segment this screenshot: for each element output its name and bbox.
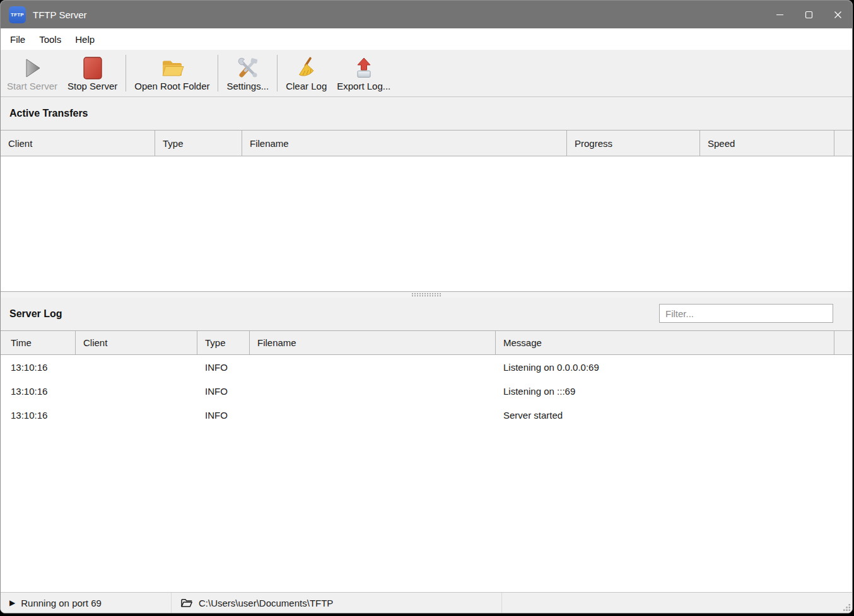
log-cell-message: Listening on :::69 xyxy=(496,379,834,403)
folder-icon xyxy=(160,56,185,80)
log-col-type[interactable]: Type xyxy=(197,331,250,354)
active-transfers-section-header: Active Transfers xyxy=(1,97,852,130)
transfers-col-filename[interactable]: Filename xyxy=(242,131,567,156)
export-icon xyxy=(353,56,375,80)
transfers-col-progress[interactable]: Progress xyxy=(567,131,700,156)
start-server-button[interactable]: Start Server xyxy=(2,51,62,95)
app-icon: TFTP xyxy=(9,6,26,23)
settings-label: Settings... xyxy=(226,81,269,91)
open-root-folder-button[interactable]: Open Root Folder xyxy=(129,51,214,95)
log-cell-time: 13:10:16 xyxy=(1,379,76,403)
window-title: TFTP Server xyxy=(33,9,765,20)
toolbar-separator xyxy=(277,55,278,91)
log-cell-type: INFO xyxy=(197,379,250,403)
menu-tools[interactable]: Tools xyxy=(32,30,68,48)
app-window: TFTP TFTP Server File Tools Help xyxy=(0,0,853,613)
log-cell-message: Listening on 0.0.0.0:69 xyxy=(496,355,834,379)
log-col-client[interactable]: Client xyxy=(76,331,197,354)
minimize-icon xyxy=(776,11,784,19)
log-cell-time: 13:10:16 xyxy=(1,403,76,427)
folder-outline-icon xyxy=(180,598,193,608)
export-log-button[interactable]: Export Log... xyxy=(332,51,395,95)
log-cell-client xyxy=(76,355,197,379)
status-bar: ▶ Running on port 69 C:\Users\user\Docum… xyxy=(1,592,852,613)
title-bar: TFTP TFTP Server xyxy=(1,1,852,28)
open-root-folder-label: Open Root Folder xyxy=(134,81,209,91)
server-log-title: Server Log xyxy=(9,308,62,320)
active-transfers-title: Active Transfers xyxy=(9,108,88,119)
close-button[interactable] xyxy=(823,1,852,28)
resize-grip[interactable] xyxy=(843,603,851,612)
log-cell-time: 13:10:16 xyxy=(1,355,76,379)
log-col-filler xyxy=(834,331,852,354)
running-play-icon: ▶ xyxy=(9,598,15,607)
menu-file[interactable]: File xyxy=(3,30,32,48)
transfers-col-filler xyxy=(834,131,852,156)
menu-bar: File Tools Help xyxy=(1,28,852,50)
transfers-col-speed[interactable]: Speed xyxy=(700,131,834,156)
maximize-icon xyxy=(805,11,813,19)
stop-icon xyxy=(82,56,103,80)
toolbar-separator xyxy=(218,55,218,91)
status-spacer xyxy=(501,593,852,613)
log-col-time[interactable]: Time xyxy=(1,331,76,354)
play-icon xyxy=(22,56,42,80)
tools-icon xyxy=(236,56,260,80)
log-cell-type: INFO xyxy=(197,403,250,427)
clear-log-label: Clear Log xyxy=(286,81,327,91)
log-cell-filename xyxy=(250,355,496,379)
toolbar-separator xyxy=(126,55,126,91)
settings-button[interactable]: Settings... xyxy=(221,51,274,95)
app-icon-label: TFTP xyxy=(11,12,24,18)
transfers-col-type[interactable]: Type xyxy=(155,131,242,156)
maximize-button[interactable] xyxy=(794,1,823,28)
transfers-table-body xyxy=(1,156,852,291)
log-cell-filename xyxy=(250,379,496,403)
splitter-dots-icon xyxy=(411,293,442,297)
stop-server-label: Stop Server xyxy=(67,81,117,91)
log-cell-type: INFO xyxy=(197,355,250,379)
broom-icon xyxy=(295,56,318,80)
status-running-text: Running on port 69 xyxy=(21,598,102,608)
log-table-body-empty xyxy=(1,427,852,592)
minimize-button[interactable] xyxy=(765,1,794,28)
export-log-label: Export Log... xyxy=(337,81,390,91)
splitter-handle[interactable] xyxy=(1,291,852,298)
toolbar: Start Server Stop Server xyxy=(1,50,852,97)
status-root-path-text: C:\Users\user\Documents\TFTP xyxy=(199,598,333,608)
status-root-path: C:\Users\user\Documents\TFTP xyxy=(171,593,501,613)
menu-help[interactable]: Help xyxy=(68,30,102,48)
log-col-filename[interactable]: Filename xyxy=(250,331,496,354)
log-row[interactable]: 13:10:16 INFO Server started xyxy=(1,403,852,427)
log-row[interactable]: 13:10:16 INFO Listening on 0.0.0.0:69 xyxy=(1,355,852,379)
status-running: ▶ Running on port 69 xyxy=(1,593,171,613)
log-table-header: Time Client Type Filename Message xyxy=(1,330,852,355)
log-cell-filename xyxy=(250,403,496,427)
filter-input[interactable] xyxy=(659,304,833,323)
start-server-label: Start Server xyxy=(7,81,57,91)
log-col-message[interactable]: Message xyxy=(496,331,834,354)
transfers-col-client[interactable]: Client xyxy=(1,131,155,156)
log-cell-client xyxy=(76,403,197,427)
log-cell-message: Server started xyxy=(496,403,834,427)
clear-log-button[interactable]: Clear Log xyxy=(281,51,332,95)
transfers-table-header: Client Type Filename Progress Speed xyxy=(1,130,852,156)
log-row[interactable]: 13:10:16 INFO Listening on :::69 xyxy=(1,379,852,403)
close-icon xyxy=(834,11,842,19)
stop-server-button[interactable]: Stop Server xyxy=(62,51,122,95)
log-cell-client xyxy=(76,379,197,403)
server-log-section-header: Server Log xyxy=(1,298,852,330)
